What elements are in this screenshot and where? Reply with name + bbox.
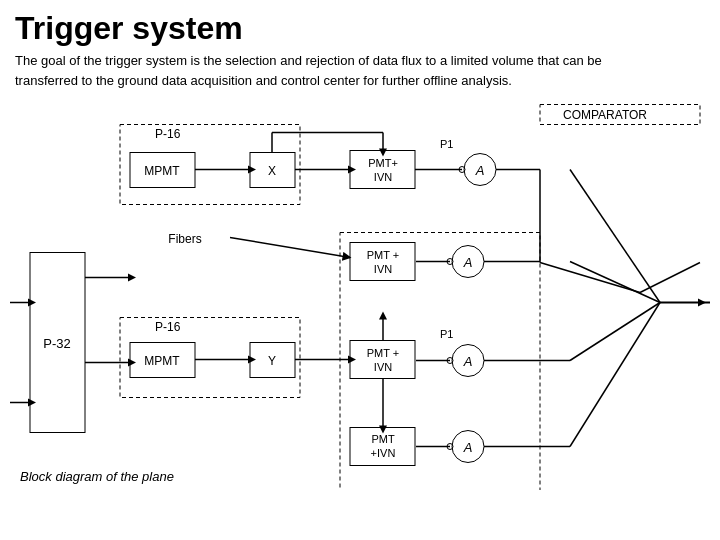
svg-marker-36 <box>28 399 36 407</box>
mpmt-label: MPMT <box>144 164 180 178</box>
mpmt-label2: MPMT <box>144 354 180 368</box>
diagram-area: COMPARATOR P-16 P-32 MPMT X PMT+ IVN P1 … <box>10 100 710 490</box>
pmt-ivn4-label2: +IVN <box>371 447 396 459</box>
pmt-ivn3-label: PMT + <box>367 347 400 359</box>
pmt-ivn3-label2: IVN <box>374 361 392 373</box>
amp-a3: A <box>463 354 473 369</box>
amp-a1: A <box>475 163 485 178</box>
amp-a4: A <box>463 440 473 455</box>
svg-line-60 <box>570 303 660 361</box>
p16-label: P-16 <box>155 127 181 141</box>
fibers-label: Fibers <box>168 232 201 246</box>
pmt-ivn1-label: PMT+ <box>368 157 398 169</box>
p32-label: P-32 <box>43 336 70 351</box>
svg-marker-38 <box>128 359 136 367</box>
pmt-ivn1-label2: IVN <box>374 171 392 183</box>
svg-line-12 <box>230 238 350 258</box>
description: The goal of the trigger system is the se… <box>0 51 720 90</box>
svg-marker-40 <box>248 166 256 174</box>
comparator-label: COMPARATOR <box>563 108 647 122</box>
p16-label2: P-16 <box>155 320 181 334</box>
svg-line-10 <box>540 263 640 293</box>
page-title: Trigger system <box>0 0 720 51</box>
p1-label2: P1 <box>440 328 453 340</box>
amp-a2: A <box>463 255 473 270</box>
svg-marker-53 <box>379 312 387 320</box>
y-label: Y <box>268 354 276 368</box>
svg-line-11 <box>640 263 700 293</box>
svg-marker-47 <box>379 149 387 157</box>
svg-marker-32 <box>128 274 136 282</box>
svg-marker-42 <box>348 166 356 174</box>
x-label: X <box>268 164 276 178</box>
svg-line-61 <box>570 303 660 447</box>
svg-marker-51 <box>348 356 356 364</box>
pmt-ivn2-label2: IVN <box>374 263 392 275</box>
p1-label1: P1 <box>440 138 453 150</box>
svg-marker-34 <box>28 299 36 307</box>
pmt-ivn2-label: PMT + <box>367 249 400 261</box>
caption-label: Block diagram of the plane <box>20 469 174 484</box>
svg-marker-49 <box>248 356 256 364</box>
pmt-ivn4-label: PMT <box>371 433 395 445</box>
